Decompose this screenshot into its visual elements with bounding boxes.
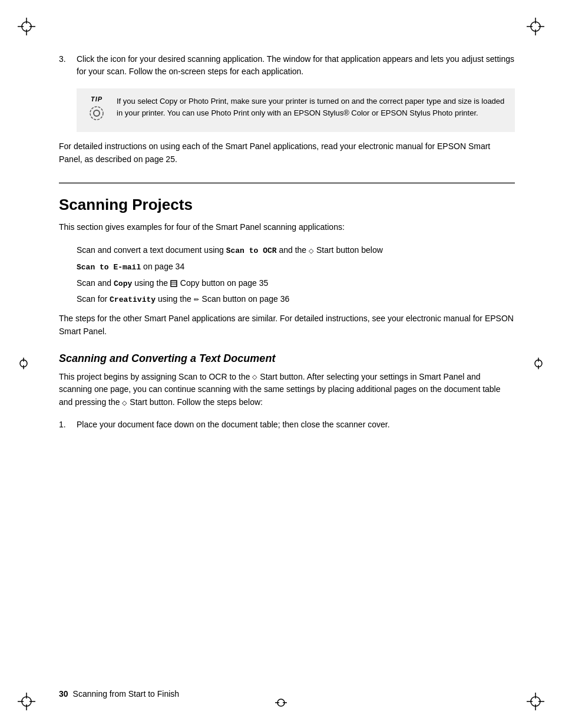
tip-icon-area: TIP xyxy=(85,95,108,125)
page: 3. Click the icon for your desired scann… xyxy=(0,0,562,728)
copy-button-icon xyxy=(170,278,177,289)
intro-end: Start button. Follow the steps below: xyxy=(127,397,263,407)
start-button-icon-1: ◇ xyxy=(309,246,313,256)
corner-mark-tr xyxy=(527,18,544,35)
code-scan-to-ocr: Scan to OCR xyxy=(226,246,277,255)
tip-gear-icon xyxy=(88,105,105,125)
svg-point-29 xyxy=(94,110,100,116)
tip-text: If you select Copy or Photo Print, make … xyxy=(117,95,507,118)
tip-box: TIP If you select Copy or Photo Print, m… xyxy=(77,88,515,132)
detailed-instructions-para: For detailed instructions on using each … xyxy=(59,140,515,166)
scanning-projects-heading: Scanning Projects xyxy=(59,196,515,214)
side-mark-right xyxy=(533,357,544,371)
step-1-item: 1. Place your document face down on the … xyxy=(59,419,515,431)
bullet-list: Scan and convert a text document using S… xyxy=(77,243,515,307)
start-button-text: Start button xyxy=(316,245,359,255)
step-3-number: 3. xyxy=(59,53,77,78)
corner-mark-bl xyxy=(18,693,35,710)
start-icon-3: ◇ xyxy=(122,398,127,408)
scanning-converting-heading: Scanning and Converting a Text Document xyxy=(59,353,515,365)
scanning-projects-intro: This section gives examples for four of … xyxy=(59,221,515,234)
step-1-number: 1. xyxy=(59,419,77,431)
code-copy: Copy xyxy=(114,279,132,288)
corner-mark-br xyxy=(527,693,544,710)
scanning-converting-intro: This project begins by assigning Scan to… xyxy=(59,371,515,409)
svg-rect-31 xyxy=(171,281,177,286)
step-3-item: 3. Click the icon for your desired scann… xyxy=(59,53,515,78)
svg-point-30 xyxy=(90,107,103,120)
intro-before-icon: This project begins by assigning Scan to… xyxy=(59,372,252,381)
footer-text: Scanning from Start to Finish xyxy=(73,689,180,699)
step-1-text: Place your document face down on the doc… xyxy=(77,419,515,431)
bullet-item-1: Scan and convert a text document using S… xyxy=(77,243,515,258)
page-footer: 30 Scanning from Start to Finish xyxy=(59,689,515,699)
step-3-text: Click the icon for your desired scanning… xyxy=(77,53,515,78)
page-number: 30 xyxy=(59,689,68,699)
tip-label: TIP xyxy=(91,95,103,103)
section-divider xyxy=(59,182,515,184)
bullet-item-4: Scan for Creativity using the ✏ Scan but… xyxy=(77,292,515,307)
scan-button-icon: ✏ xyxy=(194,295,199,305)
start-icon-2: ◇ xyxy=(252,372,257,382)
bullet-item-2: Scan to E-mail on page 34 xyxy=(77,260,515,274)
bullet-item-3: Scan and Copy using the Copy button on p… xyxy=(77,276,515,291)
scanning-projects-closing: The steps for the other Smart Panel appl… xyxy=(59,312,515,338)
code-scan-to-email: Scan to E-mail xyxy=(77,263,141,272)
side-mark-bottom xyxy=(275,697,287,710)
code-creativity: Creativity xyxy=(110,295,156,304)
content-area: 3. Click the icon for your desired scann… xyxy=(59,35,515,431)
side-mark-left xyxy=(18,357,29,371)
corner-mark-tl xyxy=(18,18,35,35)
